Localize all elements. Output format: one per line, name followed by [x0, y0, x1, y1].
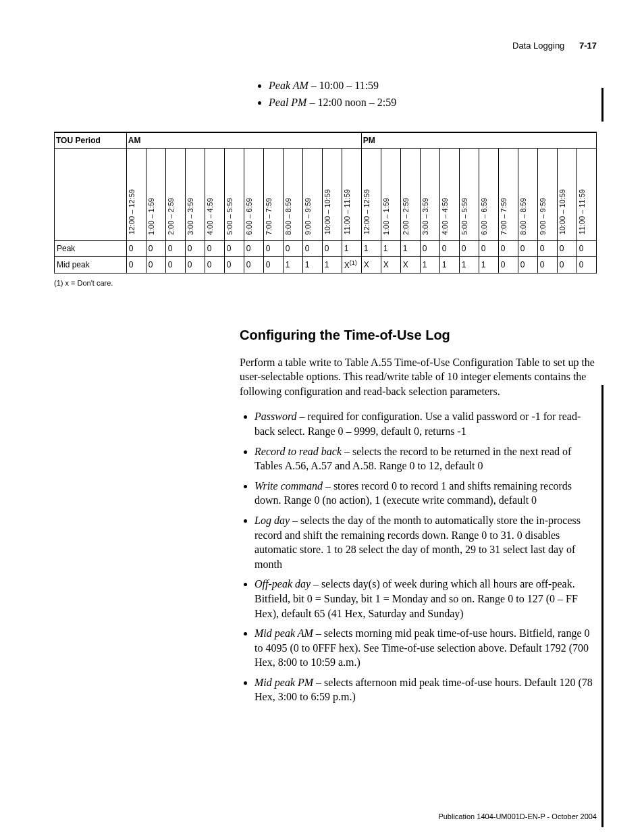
hour-label: 5:00 – 5:59 — [225, 197, 234, 236]
peak-cell: 0 — [498, 240, 518, 256]
mid-cell: 1 — [283, 256, 302, 273]
param-item: Password – required for configuration. U… — [254, 409, 597, 438]
param-term: Log day — [254, 515, 290, 526]
hours-label-blank — [55, 148, 127, 240]
peak-row-label: Peak — [55, 240, 127, 256]
mid-cell: 0 — [224, 256, 244, 273]
peak-cell: 0 — [224, 240, 244, 256]
hour-label: 1:00 – 1:59 — [382, 197, 390, 236]
hour-header: 4:00 – 4:59 — [439, 148, 459, 240]
mid-cell: 1 — [420, 256, 439, 273]
mid-cell: 0 — [126, 256, 146, 273]
mid-cell: 1 — [322, 256, 342, 273]
peak-cell: 0 — [322, 240, 342, 256]
tou-period-table: TOU Period AM PM 12:00 – 12:591:00 – 1:5… — [54, 132, 597, 273]
mid-cell: 1 — [459, 256, 479, 273]
mid-cell: 0 — [557, 256, 576, 273]
mid-row-label: Mid peak — [55, 256, 127, 273]
hour-header: 6:00 – 6:59 — [479, 148, 498, 240]
page-number: 7-17 — [579, 41, 597, 51]
hour-header: 6:00 – 6:59 — [244, 148, 263, 240]
hour-header: 12:00 – 12:59 — [361, 148, 381, 240]
bullet-rest: – 12:00 noon – 2:59 — [306, 97, 396, 108]
hour-header: 3:00 – 3:59 — [185, 148, 205, 240]
mid-cell: X(1) — [342, 256, 361, 273]
hour-label: 6:00 – 6:59 — [480, 197, 488, 236]
param-item: Mid peak AM – selects morning mid peak t… — [254, 626, 597, 670]
hour-label: 5:00 – 5:59 — [460, 197, 468, 236]
peak-cell: 1 — [381, 240, 400, 256]
page-header: Data Logging 7-17 — [54, 41, 597, 51]
hour-header: 7:00 – 7:59 — [263, 148, 283, 240]
hour-label: 10:00 – 10:59 — [323, 188, 331, 236]
mid-cell: 0 — [165, 256, 185, 273]
peak-cell: 0 — [165, 240, 185, 256]
hour-label: 8:00 – 8:59 — [519, 197, 527, 236]
hour-label: 12:00 – 12:59 — [128, 188, 136, 236]
hour-label: 7:00 – 7:59 — [265, 197, 273, 236]
param-term: Mid peak AM — [254, 627, 313, 639]
peak-cell: 0 — [459, 240, 479, 256]
param-rest: – required for configuration. Use a vali… — [254, 411, 581, 437]
mid-cell: 0 — [146, 256, 165, 273]
mid-cell: 1 — [479, 256, 498, 273]
peak-cell: 0 — [244, 240, 263, 256]
hour-label: 6:00 – 6:59 — [245, 197, 253, 236]
hour-label: 7:00 – 7:59 — [500, 197, 508, 236]
peak-cell: 0 — [185, 240, 205, 256]
hour-label: 9:00 – 9:59 — [304, 197, 312, 236]
param-term: Write command — [254, 480, 323, 492]
bullet-rest: – 10:00 – 11:59 — [308, 80, 379, 91]
param-item: Log day – selects the day of the month t… — [254, 513, 597, 571]
hour-header: 10:00 – 10:59 — [557, 148, 576, 240]
hour-header: 12:00 – 12:59 — [126, 148, 146, 240]
section-heading: Configuring the Time-of-Use Log — [240, 328, 597, 343]
param-term: Mid peak PM — [254, 677, 313, 688]
hour-header: 8:00 – 8:59 — [283, 148, 302, 240]
hour-header: 1:00 – 1:59 — [381, 148, 400, 240]
top-bullet-item: Peal PM – 12:00 noon – 2:59 — [269, 95, 597, 111]
hour-label: 10:00 – 10:59 — [558, 188, 566, 236]
table-footnote: (1) x = Don't care. — [54, 279, 597, 287]
mid-cell: 0 — [205, 256, 224, 273]
hour-header: 10:00 – 10:59 — [322, 148, 342, 240]
hour-label: 11:00 – 11:59 — [578, 188, 586, 236]
peak-cell: 1 — [361, 240, 381, 256]
hour-label: 12:00 – 12:59 — [363, 188, 371, 236]
peak-cell: 0 — [283, 240, 302, 256]
hour-label: 8:00 – 8:59 — [284, 197, 292, 236]
peak-cell: 1 — [400, 240, 420, 256]
hour-header: 2:00 – 2:59 — [165, 148, 185, 240]
hour-header: 1:00 – 1:59 — [146, 148, 165, 240]
mid-cell: 0 — [185, 256, 205, 273]
hour-header: 3:00 – 3:59 — [420, 148, 439, 240]
param-term: Password — [254, 411, 297, 422]
peak-cell: 0 — [537, 240, 557, 256]
publication-info: Publication 1404-UM001D-EN-P - October 2… — [438, 812, 597, 820]
mid-cell: 0 — [518, 256, 537, 273]
hour-label: 2:00 – 2:59 — [167, 197, 175, 236]
intro-paragraph: Perform a table write to Table A.55 Time… — [240, 355, 597, 399]
mid-cell: 1 — [439, 256, 459, 273]
hour-label: 3:00 – 3:59 — [421, 197, 429, 236]
hour-header: 5:00 – 5:59 — [224, 148, 244, 240]
param-rest: – selects the day of the month to automa… — [254, 515, 581, 570]
mid-cell: X — [400, 256, 420, 273]
peak-cell: 0 — [420, 240, 439, 256]
mid-cell: 0 — [263, 256, 283, 273]
section-name: Data Logging — [512, 41, 564, 51]
peak-cell: 1 — [342, 240, 361, 256]
top-bullet-item: Peak AM – 10:00 – 11:59 — [269, 78, 597, 95]
mid-cell: 0 — [537, 256, 557, 273]
hour-label: 4:00 – 4:59 — [441, 197, 449, 236]
hour-label: 2:00 – 2:59 — [402, 197, 410, 236]
hour-label: 1:00 – 1:59 — [147, 197, 155, 236]
hour-header: 5:00 – 5:59 — [459, 148, 479, 240]
bullet-term: Peak AM — [269, 80, 308, 91]
peak-cell: 0 — [205, 240, 224, 256]
bullet-term: Peal PM — [269, 97, 306, 108]
peak-cell: 0 — [263, 240, 283, 256]
peak-cell: 0 — [439, 240, 459, 256]
param-term: Off-peak day — [254, 578, 311, 590]
hour-label: 9:00 – 9:59 — [539, 197, 547, 236]
